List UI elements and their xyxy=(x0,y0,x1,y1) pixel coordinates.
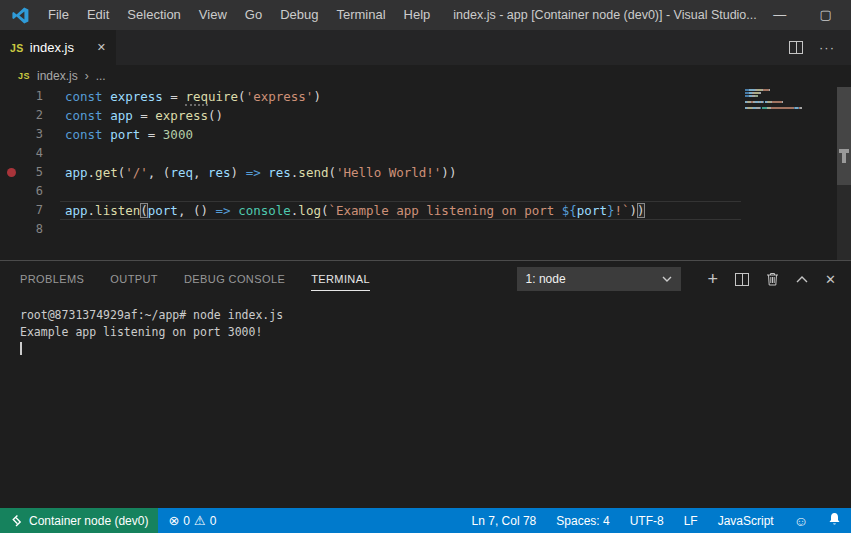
breakpoint-margin[interactable] xyxy=(0,182,22,201)
breakpoint-margin[interactable] xyxy=(0,87,22,106)
close-panel-icon[interactable]: ✕ xyxy=(825,272,836,287)
more-actions-icon[interactable]: ··· xyxy=(819,40,835,55)
breakpoint-margin[interactable] xyxy=(0,106,22,125)
line-number: 1 xyxy=(22,87,60,106)
menu-item-selection[interactable]: Selection xyxy=(118,0,189,30)
terminal-selector-dropdown[interactable]: 1: node xyxy=(517,267,681,291)
terminal-output[interactable]: root@8731374929af:~/app# node index.jsEx… xyxy=(0,297,851,508)
code-token: res xyxy=(208,165,231,180)
code-line-5[interactable]: 5app.get('/', (req, res) => res.send('He… xyxy=(0,163,851,182)
code-token: port xyxy=(577,203,607,218)
menu-item-view[interactable]: View xyxy=(190,0,236,30)
breakpoint-margin[interactable] xyxy=(0,125,22,144)
breakpoint-margin[interactable] xyxy=(0,163,22,182)
status-javascript[interactable]: JavaScript xyxy=(708,514,784,528)
code-token: const xyxy=(65,108,110,123)
code-line-8[interactable]: 8 xyxy=(0,220,851,239)
code-token: 'Hello World!' xyxy=(336,165,441,180)
code-line-2[interactable]: 2const app = express() xyxy=(0,106,851,125)
maximize-panel-icon[interactable] xyxy=(796,276,808,283)
terminal-selector-value: 1: node xyxy=(526,272,566,286)
breadcrumb-separator-icon: › xyxy=(85,69,89,83)
menu-item-edit[interactable]: Edit xyxy=(78,0,118,30)
tab-close-icon[interactable]: ✕ xyxy=(97,41,106,54)
status-lf[interactable]: LF xyxy=(674,514,708,528)
code-line-3[interactable]: 3const port = 3000 xyxy=(0,125,851,144)
line-number: 3 xyxy=(22,125,60,144)
bottom-panel: PROBLEMSOUTPUTDEBUG CONSOLETERMINAL 1: n… xyxy=(0,260,851,508)
menu-item-terminal[interactable]: Terminal xyxy=(327,0,394,30)
gutter-2[interactable]: 2 xyxy=(0,106,60,125)
new-terminal-button[interactable]: + xyxy=(708,272,719,286)
gutter-4[interactable]: 4 xyxy=(0,144,60,163)
code-token: ${ xyxy=(562,203,577,218)
breadcrumb-file[interactable]: index.js xyxy=(37,69,78,83)
terminal-line-1: root@8731374929af:~/app# node index.js xyxy=(20,307,851,324)
problems-status[interactable]: ⊗ 0 ⚠ 0 xyxy=(158,513,226,528)
overview-ruler-marker-stem xyxy=(842,153,846,163)
line-number: 2 xyxy=(22,106,60,125)
split-terminal-icon[interactable] xyxy=(735,273,749,286)
editor-tab-bar: JS index.js ✕ ··· xyxy=(0,30,851,65)
minimize-button[interactable]: — xyxy=(757,0,803,30)
code-token: () xyxy=(208,108,223,123)
panel-tab-problems[interactable]: PROBLEMS xyxy=(20,267,84,291)
gutter-3[interactable]: 3 xyxy=(0,125,60,144)
code-token: = xyxy=(163,89,186,104)
code-token: log xyxy=(298,203,321,218)
gutter-1[interactable]: 1 xyxy=(0,87,60,106)
breadcrumb-rest[interactable]: ... xyxy=(96,69,106,83)
feedback-smiley-icon[interactable]: ☺ xyxy=(784,513,818,529)
line-content xyxy=(60,220,741,239)
line-content: const app = express() xyxy=(60,106,741,125)
gutter-6[interactable]: 6 xyxy=(0,182,60,201)
panel-tab-debug-console[interactable]: DEBUG CONSOLE xyxy=(184,267,285,291)
code-line-4[interactable]: 4 xyxy=(0,144,851,163)
error-count: 0 xyxy=(183,514,190,528)
panel-tab-output[interactable]: OUTPUT xyxy=(110,267,158,291)
minimap[interactable] xyxy=(745,89,837,260)
minimap-line xyxy=(745,98,837,100)
vscode-window: FileEditSelectionViewGoDebugTerminalHelp… xyxy=(0,0,851,533)
code-line-6[interactable]: 6 xyxy=(0,182,851,201)
code-token: ) xyxy=(630,203,638,218)
code-line-1[interactable]: 1const express = require('express') xyxy=(0,87,851,106)
kill-terminal-icon[interactable] xyxy=(766,272,779,286)
code-line-7[interactable]: 7app.listen(port, () => console.log(`Exa… xyxy=(0,201,851,220)
maximize-button[interactable]: ▢ xyxy=(803,0,849,30)
menu-item-help[interactable]: Help xyxy=(395,0,440,30)
notifications-bell-icon[interactable] xyxy=(818,512,851,529)
line-number: 7 xyxy=(22,201,60,220)
editor-scrollbar[interactable] xyxy=(837,87,851,260)
code-token: !` xyxy=(614,203,629,218)
breadcrumb[interactable]: JS index.js › ... xyxy=(0,65,851,87)
split-editor-icon[interactable] xyxy=(789,41,803,54)
menu-item-go[interactable]: Go xyxy=(236,0,271,30)
scrollbar-thumb[interactable] xyxy=(837,87,851,185)
code-token: => xyxy=(216,203,231,218)
menu-item-file[interactable]: File xyxy=(39,0,78,30)
gutter-8[interactable]: 8 xyxy=(0,220,60,239)
code-token: ( xyxy=(328,165,336,180)
code-token: )) xyxy=(441,165,456,180)
gutter-7[interactable]: 7 xyxy=(0,201,60,220)
code-token: ( xyxy=(238,89,246,104)
code-token: 'express' xyxy=(246,89,314,104)
status-ln-7[interactable]: Ln 7, Col 78 xyxy=(462,514,547,528)
status-spaces[interactable]: Spaces: 4 xyxy=(546,514,619,528)
breakpoint-margin[interactable] xyxy=(0,144,22,163)
breakpoint-margin[interactable] xyxy=(0,201,22,220)
gutter-5[interactable]: 5 xyxy=(0,163,60,182)
code-token: app xyxy=(65,203,88,218)
editor-lines: 1const express = require('express')2cons… xyxy=(0,87,851,260)
code-token: , xyxy=(193,165,208,180)
breakpoint-icon[interactable] xyxy=(7,168,16,177)
panel-tab-terminal[interactable]: TERMINAL xyxy=(311,267,370,291)
menu-item-debug[interactable]: Debug xyxy=(271,0,327,30)
breakpoint-margin[interactable] xyxy=(0,220,22,239)
tab-index-js[interactable]: JS index.js ✕ xyxy=(0,30,116,65)
status-utf-8[interactable]: UTF-8 xyxy=(620,514,674,528)
code-token: . xyxy=(88,165,96,180)
remote-indicator[interactable]: Container node (dev0) xyxy=(0,508,158,533)
code-editor[interactable]: 1const express = require('express')2cons… xyxy=(0,87,851,260)
